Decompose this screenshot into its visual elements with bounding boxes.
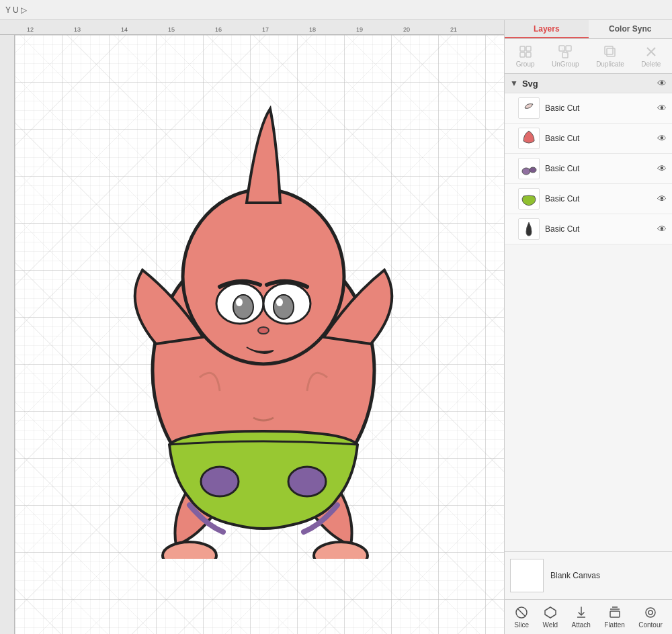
svg-point-5 [288, 467, 326, 496]
svg-point-25 [522, 168, 530, 175]
svg-visibility-toggle[interactable]: 👁 [657, 78, 667, 89]
layer-label-5: Basic Cut [545, 224, 652, 234]
ruler-mark: 19 [356, 26, 363, 33]
delete-button[interactable]: Delete [637, 42, 665, 71]
attach-label: Attach [572, 621, 591, 629]
svg-expand-arrow: ▼ [510, 79, 518, 88]
layer-thumbnail-3 [518, 158, 540, 179]
blank-canvas-section[interactable]: Blank Canvas [505, 551, 672, 599]
layer-visibility-1[interactable]: 👁 [657, 103, 667, 114]
svg-rect-22 [605, 46, 613, 54]
layer-item-5[interactable]: Basic Cut 👁 [505, 214, 672, 244]
patrick-image [102, 89, 425, 559]
svg-rect-31 [610, 611, 620, 617]
duplicate-icon [603, 44, 618, 59]
tab-color-sync[interactable]: Color Sync [589, 20, 673, 38]
top-bar: Y U ▷ [0, 0, 672, 20]
group-label: Group [516, 60, 535, 68]
svg-point-11 [276, 298, 283, 306]
svg-point-12 [258, 327, 269, 334]
attach-icon [574, 605, 589, 620]
layer-visibility-2[interactable]: 👁 [657, 133, 667, 144]
contour-label: Contour [638, 621, 663, 629]
slice-label: Slice [514, 621, 529, 629]
svg-point-4 [201, 467, 239, 496]
layer-label-4: Basic Cut [545, 194, 652, 203]
svg-rect-13 [520, 46, 525, 51]
ruler-mark: 20 [403, 26, 410, 33]
svg-section-header[interactable]: ▼ Svg 👁 [505, 74, 672, 93]
toolbar-label: Y U ▷ [5, 5, 27, 15]
layer-item-4[interactable]: Basic Cut 👁 [505, 184, 672, 214]
flatten-icon [607, 605, 622, 620]
svg-point-9 [274, 295, 294, 319]
duplicate-button[interactable]: Duplicate [592, 42, 628, 71]
layer-thumbnail-4 [518, 188, 540, 210]
svg-point-2 [163, 542, 216, 559]
group-icon [518, 44, 533, 59]
group-button[interactable]: Group [512, 42, 539, 71]
layers-list: Basic Cut 👁 Basic Cut 👁 [505, 93, 672, 244]
weld-icon [543, 605, 558, 620]
ruler-mark: 18 [309, 26, 316, 33]
tabs: Layers Color Sync [505, 20, 672, 39]
layer-visibility-4[interactable]: 👁 [657, 193, 667, 204]
layer-item-2[interactable]: Basic Cut 👁 [505, 124, 672, 154]
ruler-mark: 21 [450, 26, 457, 33]
slice-icon [514, 605, 529, 620]
ruler-mark: 15 [168, 26, 175, 33]
svg-point-1 [183, 189, 344, 364]
svg-point-10 [236, 298, 243, 306]
weld-button[interactable]: Weld [539, 602, 562, 631]
ruler-mark: 14 [121, 26, 128, 33]
attach-button[interactable]: Attach [568, 602, 595, 631]
ruler-left [0, 35, 15, 634]
main-layout: 12 13 14 15 16 17 18 19 20 21 [0, 20, 672, 634]
canvas-area[interactable]: 12 13 14 15 16 17 18 19 20 21 [0, 20, 504, 634]
ruler-mark: 17 [262, 26, 269, 33]
layer-item-1[interactable]: Basic Cut 👁 [505, 93, 672, 124]
svg-section-label: Svg [522, 79, 653, 89]
layer-label-2: Basic Cut [545, 134, 652, 143]
grid-canvas[interactable] [15, 35, 504, 634]
svg-point-34 [646, 608, 655, 617]
svg-rect-14 [526, 46, 531, 51]
ruler-mark: 16 [215, 26, 222, 33]
panel-spacer [505, 244, 672, 551]
svg-point-8 [233, 295, 253, 319]
ruler-mark: 12 [27, 26, 34, 33]
svg-point-3 [314, 542, 368, 559]
tab-layers[interactable]: Layers [505, 20, 589, 38]
weld-label: Weld [543, 621, 558, 629]
bottom-toolbar: Slice Weld Attach Flatten [505, 599, 672, 634]
ungroup-button[interactable]: UnGroup [548, 42, 583, 71]
layer-visibility-3[interactable]: 👁 [657, 163, 667, 174]
layer-item-3[interactable]: Basic Cut 👁 [505, 154, 672, 184]
contour-button[interactable]: Contour [634, 602, 667, 631]
flatten-label: Flatten [604, 621, 625, 629]
svg-rect-18 [566, 46, 571, 51]
blank-canvas-thumbnail [510, 559, 544, 592]
duplicate-label: Duplicate [596, 60, 624, 68]
ungroup-label: UnGroup [552, 60, 579, 68]
right-panel: Layers Color Sync Group UnGroup [504, 20, 672, 634]
ruler-top: 12 13 14 15 16 17 18 19 20 21 [0, 20, 504, 35]
ungroup-icon [558, 44, 573, 59]
svg-rect-15 [520, 52, 525, 57]
layer-thumbnail-2 [518, 128, 540, 149]
svg-point-35 [648, 610, 653, 615]
svg-rect-16 [526, 52, 531, 57]
contour-icon [643, 605, 658, 620]
delete-label: Delete [641, 60, 661, 68]
flatten-button[interactable]: Flatten [600, 602, 629, 631]
layer-visibility-5[interactable]: 👁 [657, 224, 667, 234]
svg-line-28 [517, 608, 526, 617]
svg-rect-21 [607, 48, 615, 56]
delete-icon [644, 44, 659, 59]
svg-marker-29 [545, 607, 556, 618]
layer-toolbar: Group UnGroup Duplicate Delete [505, 39, 672, 74]
slice-button[interactable]: Slice [510, 602, 533, 631]
svg-point-26 [530, 167, 536, 173]
layer-thumbnail-5 [518, 218, 540, 240]
blank-canvas-label: Blank Canvas [550, 571, 600, 580]
